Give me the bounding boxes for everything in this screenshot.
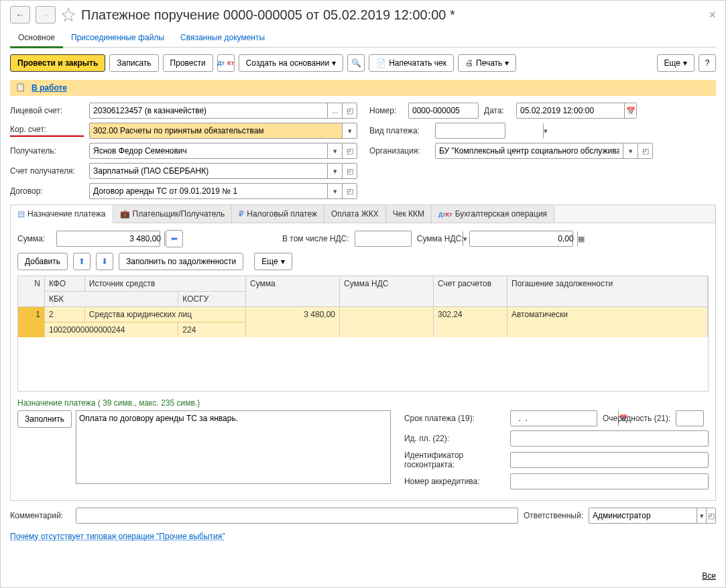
more-button[interactable]: Еще ▾ (657, 54, 694, 72)
help-button[interactable]: ? (699, 54, 716, 72)
chevron-down-icon[interactable]: ▾ (342, 123, 357, 138)
receipt-icon: 📄 (376, 58, 386, 68)
th-src: Источник средств (85, 276, 245, 291)
printer-icon: 🖨 (465, 58, 473, 68)
create-based-label: Создать на основании (246, 58, 330, 68)
move-down-button[interactable]: ⬇ (96, 253, 113, 270)
close-icon[interactable]: × (709, 8, 716, 22)
open-icon[interactable]: ◰ (342, 184, 357, 198)
tab-payer[interactable]: 💼Плательщик/Получатель (113, 205, 233, 223)
tab-zhkh[interactable]: Оплата ЖКХ (324, 205, 386, 223)
comment-input[interactable] (76, 508, 518, 523)
tab-accounting[interactable]: ДтКтБухгалтерская операция (432, 205, 554, 223)
chevron-down-icon: ▾ (505, 58, 509, 68)
tab-kkm-label: Чек ККМ (393, 209, 424, 219)
nds-sum-input[interactable] (470, 231, 577, 246)
dtkt-icon[interactable]: ДтКт (217, 54, 235, 72)
table-row[interactable]: 1 2 Средства юридических лиц 10020000000… (18, 307, 708, 337)
date-label: Дата: (484, 106, 511, 115)
sum-label: Сумма: (17, 234, 51, 243)
status-link[interactable]: В работе (32, 83, 67, 93)
document-window: ← → Платежное поручение 0000-000005 от 0… (0, 0, 726, 588)
rec-account-input[interactable] (90, 164, 327, 178)
favorite-star-icon[interactable] (61, 7, 76, 22)
ellipsis-icon[interactable]: ... (327, 103, 342, 118)
th-kfo: КФО (45, 276, 85, 291)
incl-nds-label: В том числе НДС: (282, 234, 349, 243)
date-input[interactable] (517, 103, 624, 118)
cell-src: Средства юридических лиц (85, 307, 245, 322)
akkr-input[interactable] (511, 474, 708, 489)
create-based-button[interactable]: Создать на основании ▾ (239, 54, 344, 72)
responsible-input[interactable] (589, 508, 697, 523)
tab-kkm[interactable]: Чек ККМ (386, 205, 432, 223)
post-button[interactable]: Провести (163, 54, 213, 72)
th-kbk: КБК (45, 292, 178, 306)
org-input[interactable] (436, 143, 623, 158)
term-label: Срок платежа (19): (404, 414, 505, 423)
open-icon[interactable]: ◰ (342, 143, 357, 158)
print-check-label: Напечатать чек (389, 58, 446, 68)
open-icon[interactable]: ◰ (342, 164, 357, 178)
table-more-button[interactable]: Еще ▾ (254, 253, 292, 270)
contract-label: Договор: (10, 186, 84, 196)
contract-input[interactable] (90, 184, 327, 198)
write-button[interactable]: Записать (109, 54, 158, 72)
chevron-down-icon: ▾ (332, 58, 336, 68)
cell-kosgu: 224 (178, 322, 245, 337)
calculator-icon[interactable]: ▦ (577, 231, 585, 246)
more-label: Еще (664, 58, 680, 68)
nav-back-button[interactable]: ← (10, 6, 30, 23)
fill-purpose-button[interactable]: Заполнить (17, 410, 72, 428)
th-sum: Сумма (246, 276, 340, 307)
tab-tax-label: Налоговый платеж (247, 209, 317, 219)
chevron-down-icon: ▾ (683, 58, 687, 68)
print-button[interactable]: 🖨Печать ▾ (458, 54, 516, 72)
chevron-down-icon[interactable]: ▾ (327, 184, 342, 198)
nav-tab-attached[interactable]: Присоединенные файлы (63, 29, 172, 47)
priority-input[interactable] (676, 411, 726, 426)
paytype-input[interactable] (436, 123, 543, 138)
tab-purpose[interactable]: ▤Назначение платежа (11, 205, 113, 223)
chevron-down-icon[interactable]: ▾ (327, 164, 342, 178)
term-input[interactable] (511, 411, 618, 426)
open-icon[interactable]: ◰ (638, 143, 652, 158)
nav-tab-related[interactable]: Связанные документы (172, 29, 273, 47)
cell-nds (340, 307, 434, 337)
chevron-down-icon[interactable]: ▾ (697, 508, 706, 523)
purpose-textarea[interactable]: Оплата по договору аренды ТС за январь. (76, 410, 391, 484)
chevron-down-icon[interactable]: ▾ (327, 143, 342, 158)
why-missing-link[interactable]: Почему отсутствует типовая операция "Про… (10, 532, 225, 541)
chevron-down-icon[interactable]: ▾ (623, 143, 638, 158)
cell-sum: 3 480,00 (246, 307, 340, 337)
fill-debt-button[interactable]: Заполнить по задолженности (119, 253, 243, 270)
calendar-icon[interactable]: 📅 (624, 103, 636, 118)
idpl-input[interactable] (511, 431, 708, 446)
gosk-input[interactable] (511, 453, 708, 467)
nav-tab-main[interactable]: Основное (10, 29, 63, 48)
sum-input[interactable] (57, 231, 164, 246)
th-acc: Счет расчетов (434, 276, 507, 307)
post-and-close-button[interactable]: Провести и закрыть (10, 54, 105, 72)
tab-tax[interactable]: ₽Налоговый платеж (232, 205, 324, 223)
magnifier-icon[interactable]: 🔍 (347, 54, 365, 72)
all-link[interactable]: Все (702, 571, 716, 581)
arrow-refresh-icon[interactable]: ⬅ (166, 230, 183, 247)
title-bar: ← → Платежное поручение 0000-000005 от 0… (10, 6, 716, 23)
recipient-input[interactable] (90, 143, 327, 158)
add-row-button[interactable]: Добавить (17, 253, 68, 270)
print-label: Печать (476, 58, 502, 68)
corr-account-input[interactable] (90, 123, 342, 138)
briefcase-icon: 💼 (120, 209, 130, 219)
recipient-label: Получатель: (10, 146, 84, 156)
table-more-label: Еще (261, 257, 278, 266)
move-up-button[interactable]: ⬆ (73, 253, 90, 270)
chevron-down-icon[interactable]: ▾ (543, 123, 548, 138)
detail-tabs: ▤Назначение платежа 💼Плательщик/Получате… (10, 204, 716, 223)
open-icon[interactable]: ◰ (706, 508, 715, 523)
open-icon[interactable]: ◰ (342, 103, 357, 118)
nav-forward-button[interactable]: → (36, 6, 56, 23)
cell-acc: 302.24 (434, 307, 507, 337)
print-check-button[interactable]: 📄Напечатать чек (369, 54, 454, 72)
account-input[interactable] (90, 103, 327, 118)
